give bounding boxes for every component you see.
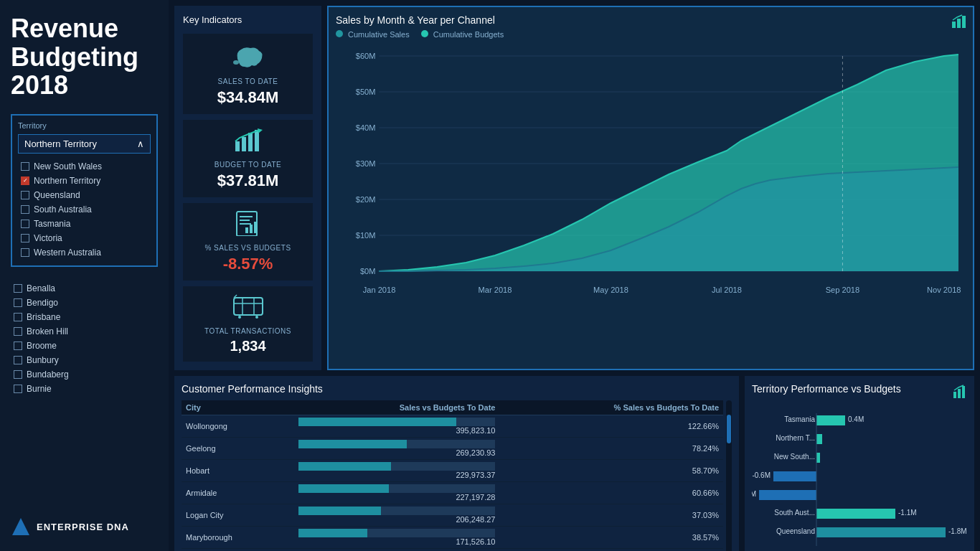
svg-rect-10 (240, 223, 251, 225)
checkbox-qld[interactable] (21, 191, 29, 199)
legend-cumulative-sales: Cumulative Sales (336, 30, 410, 39)
svg-text:$40M: $40M (356, 123, 376, 132)
sales-to-date-label: SALES TO DATE (218, 77, 278, 85)
svg-text:New South...: New South... (774, 453, 815, 461)
checkbox-bendigo[interactable] (14, 298, 22, 307)
app-title: RevenueBudgeting2018 (11, 14, 158, 100)
territory-chart-icon[interactable] (953, 385, 967, 399)
customer-perf-table-wrapper: City Sales vs Budgets To Date % Sales vs… (182, 400, 732, 551)
enterprise-dna-logo-icon (11, 517, 31, 537)
checkbox-nsw[interactable] (21, 162, 29, 171)
svg-rect-3 (242, 137, 246, 151)
list-item[interactable]: Broken Hill (11, 324, 158, 339)
territory-dropdown[interactable]: Northern Territory ∧ (18, 134, 151, 154)
svg-rect-9 (240, 220, 250, 221)
svg-rect-4 (248, 133, 253, 151)
key-indicators-panel: Key Indicators SALES TO DATE $34.84M (174, 6, 321, 370)
svg-rect-49 (816, 415, 845, 425)
svg-rect-8 (240, 216, 253, 217)
svg-rect-65 (816, 527, 946, 537)
scroll-thumb (727, 415, 731, 443)
total-transactions-label: TOTAL TRANSACTIONS (204, 327, 291, 335)
table-row: Maryborough 171,526.10 38.57% (182, 527, 723, 549)
svg-rect-45 (953, 392, 956, 398)
australia-map-icon (230, 41, 266, 75)
territory-label: Territory (18, 121, 151, 130)
list-item[interactable]: Bunbury (11, 353, 158, 367)
table-row: Armidale 227,197.28 60.66% (182, 482, 723, 504)
checkbox-vic[interactable] (21, 234, 29, 242)
svg-rect-23 (962, 16, 966, 28)
svg-text:Queensland: Queensland (776, 527, 815, 535)
svg-rect-13 (254, 222, 257, 233)
sales-chart-legend: Cumulative Sales Cumulative Budgets (336, 30, 966, 39)
list-item[interactable]: Bundaberg (11, 367, 158, 382)
checkbox-broome[interactable] (14, 342, 22, 350)
sales-area-chart: $60M $50M $40M $30M $20M $10M $0M Jan 20… (336, 42, 966, 314)
svg-rect-47 (962, 386, 965, 398)
svg-text:$30M: $30M (356, 159, 376, 168)
list-item[interactable]: Queensland (18, 188, 151, 202)
col-header-pct: % Sales vs Budgets To Date (499, 400, 723, 415)
svg-marker-6 (258, 128, 263, 133)
checkbox-nt[interactable] (21, 176, 29, 185)
document-chart-icon (232, 210, 264, 241)
svg-rect-46 (958, 389, 961, 398)
scroll-indicator[interactable] (726, 400, 732, 551)
svg-text:-1.1M: -1.1M (898, 509, 917, 517)
budget-to-date-label: BUDGET TO DATE (215, 161, 282, 169)
list-item[interactable]: Burnie (11, 382, 158, 396)
territory-perf-title: Territory Performance vs Budgets (752, 383, 901, 395)
checkbox-burnie[interactable] (14, 385, 22, 393)
checkbox-broken-hill[interactable] (14, 327, 22, 336)
svg-text:-1.8M: -1.8M (948, 527, 967, 535)
territory-list: New South Wales Northern Territory Queen… (18, 159, 151, 260)
checkbox-sa[interactable] (21, 205, 29, 214)
territory-filter-box: Territory Northern Territory ∧ New South… (11, 114, 158, 267)
list-item[interactable]: Victoria (18, 231, 151, 245)
sales-chart-panel: Sales by Month & Year per Channel Cumula… (327, 6, 974, 370)
checkbox-tas[interactable] (21, 220, 29, 228)
list-item[interactable]: Western Australia (18, 245, 151, 260)
list-item[interactable]: Tasmania (18, 217, 151, 231)
svg-text:$0M: $0M (360, 267, 376, 276)
svg-rect-2 (235, 141, 240, 151)
table-row: Hobart 229,973.37 58.70% (182, 460, 723, 482)
svg-rect-21 (952, 22, 956, 28)
pct-sales-vs-budgets-label: % SALES VS BUDGETS (204, 244, 291, 252)
territory-selected-value: Northern Territory (24, 138, 97, 149)
footer-logo-text: ENTERPRISE DNA (37, 522, 129, 532)
svg-text:$50M: $50M (356, 88, 376, 96)
total-transactions-value: 1,834 (230, 338, 265, 354)
checkbox-bundaberg[interactable] (14, 370, 22, 379)
svg-text:South Aust...: South Aust... (774, 509, 815, 517)
svg-text:Jan 2018: Jan 2018 (363, 286, 396, 294)
shopping-cart-icon (232, 293, 264, 324)
checkbox-wa[interactable] (21, 248, 29, 257)
customer-performance-panel: Customer Performance Insights City Sales… (174, 376, 739, 551)
list-item[interactable]: South Australia (18, 202, 151, 217)
checkbox-brisbane[interactable] (14, 313, 22, 321)
total-transactions-card: TOTAL TRANSACTIONS 1,834 (183, 286, 313, 362)
svg-rect-56 (773, 471, 816, 481)
svg-marker-0 (12, 518, 29, 535)
territory-performance-panel: Territory Performance vs Budgets Tasmani… (745, 376, 974, 551)
table-row: Geelong 269,230.93 78.24% (182, 438, 723, 460)
budget-to-date-card: BUDGET TO DATE $37.81M (183, 120, 313, 197)
list-item[interactable]: Benalla (11, 281, 158, 296)
list-item[interactable]: Broome (11, 339, 158, 353)
chart-expand-icon[interactable] (951, 14, 966, 32)
svg-rect-54 (816, 453, 820, 463)
svg-text:Nov 2018: Nov 2018 (927, 286, 961, 294)
checkbox-bunbury[interactable] (14, 356, 22, 364)
checkbox-benalla[interactable] (14, 284, 22, 293)
list-item[interactable]: Brisbane (11, 310, 158, 324)
svg-rect-52 (816, 434, 822, 444)
sales-chart-title: Sales by Month & Year per Channel (336, 14, 966, 26)
list-item[interactable]: Northern Territory (18, 174, 151, 188)
top-row: Key Indicators SALES TO DATE $34.84M (174, 6, 974, 370)
svg-text:0.4M: 0.4M (848, 415, 864, 423)
list-item[interactable]: New South Wales (18, 159, 151, 174)
list-item[interactable]: Bendigo (11, 296, 158, 310)
svg-text:Northern T...: Northern T... (776, 434, 815, 442)
